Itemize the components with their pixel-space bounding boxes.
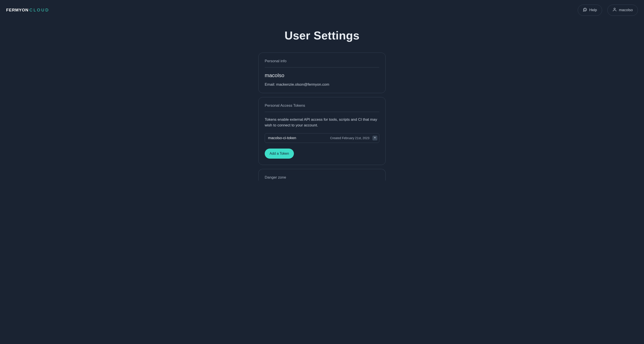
token-row: macolso-ci-token Created February 21st, … — [265, 133, 379, 143]
token-name: macolso-ci-token — [268, 136, 296, 140]
help-icon — [583, 7, 587, 13]
tokens-heading: Personal Access Tokens — [265, 103, 379, 112]
danger-zone-heading: Danger zone — [265, 175, 379, 180]
email-value: mackenzie.olson@fermyon.com — [276, 82, 329, 87]
logo-secondary-text: CLOUD — [30, 8, 50, 12]
username-display: macolso — [265, 72, 379, 78]
logo-primary-text: FERMYON — [6, 8, 28, 12]
user-icon — [612, 7, 617, 13]
help-button[interactable]: Help — [578, 4, 602, 16]
svg-point-1 — [614, 8, 615, 9]
personal-info-heading: Personal info — [265, 59, 379, 67]
user-menu-label: macolso — [619, 8, 633, 12]
email-label: Email: — [265, 82, 275, 87]
danger-zone-card: Danger zone — [258, 169, 386, 180]
main-content: User Settings Personal info macolso Emai… — [0, 20, 644, 194]
tokens-card: Personal Access Tokens Tokens enable ext… — [258, 97, 386, 165]
email-display: Email: mackenzie.olson@fermyon.com — [265, 82, 379, 87]
page-title: User Settings — [284, 29, 360, 42]
logo[interactable]: FERMYON CLOUD — [6, 8, 50, 12]
help-label: Help — [589, 8, 597, 12]
user-menu-button[interactable]: macolso — [607, 4, 638, 16]
personal-info-card: Personal info macolso Email: mackenzie.o… — [258, 53, 386, 93]
tokens-description: Tokens enable external API access for to… — [265, 117, 379, 128]
token-created-date: Created February 21st, 2023 — [330, 136, 370, 140]
token-row-right: Created February 21st, 2023 — [330, 136, 377, 141]
close-icon — [374, 136, 376, 140]
add-token-button[interactable]: Add a Token — [265, 149, 294, 159]
header-actions: Help macolso — [578, 4, 638, 16]
delete-token-button[interactable] — [372, 136, 377, 141]
svg-point-0 — [584, 8, 586, 10]
header: FERMYON CLOUD Help macolso — [0, 0, 644, 20]
